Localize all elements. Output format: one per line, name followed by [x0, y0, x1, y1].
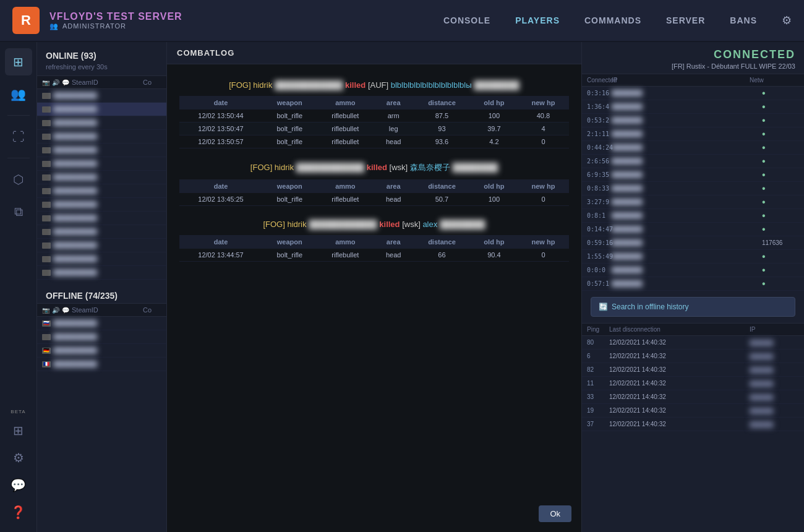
cell-date: 12/02 13:44:57 [179, 249, 262, 262]
online-player-row[interactable]: ██████████ [37, 239, 166, 252]
connected-player-row[interactable]: 2:6:56 ███████ • [582, 155, 804, 168]
player-flag [42, 93, 51, 99]
offline-dc: 12/02/2021 14:40:32 [609, 353, 750, 359]
killer-blurred-1: ████████████ [275, 80, 343, 90]
th-weapon: weapon [262, 96, 317, 109]
cell-ammo: riflebullet [317, 122, 374, 135]
offline-player-row[interactable]: 🇫🇷 ██████████ [37, 358, 166, 371]
online-player-row[interactable]: ██████████ [37, 116, 166, 130]
th-connected: Connected [587, 77, 612, 84]
conn-dot: • [762, 142, 766, 153]
connected-player-row[interactable]: 1:55:49 ███████ • [582, 250, 804, 264]
sidebar-item-map[interactable]: ⬡ [5, 166, 32, 193]
connected-player-row[interactable]: 0:44:24 ███████ • [582, 141, 804, 155]
nav-links: CONSOLE PLAYERS COMMANDS SERVER BANS ⚙ [443, 14, 792, 27]
online-player-row[interactable]: ██████████ [37, 144, 166, 157]
sidebar-item-filter[interactable]: ⛶ [5, 123, 32, 150]
connected-player-row[interactable]: 0:8:33 ███████ • [582, 182, 804, 195]
search-offline-button[interactable]: 🔄 Search in offline history [591, 297, 795, 317]
conn-dot: • [762, 265, 766, 275]
conn-ip: ███████ [612, 212, 762, 219]
nav-players[interactable]: PLAYERS [515, 15, 560, 25]
cell-area: leg [374, 122, 413, 135]
offline-player-row[interactable]: 🇩🇪 ██████████ [37, 344, 166, 358]
sidebar-item-discord[interactable]: 💬 [5, 471, 32, 499]
offline-history-row[interactable]: 6 12/02/2021 14:40:32 ██████ [582, 350, 804, 363]
online-player-row[interactable]: ██████████ [37, 212, 166, 225]
logo-icon: R [12, 7, 40, 34]
sidebar-bottom: BETA ⊞ ⚙ 💬 ❓ [5, 409, 32, 526]
col-icon-cam2: 📷 [42, 307, 49, 314]
col-icon-speak: 🔊 [52, 79, 59, 86]
online-player-row[interactable]: ██████████ [37, 157, 166, 171]
victim-tag-3: [wsk] [402, 220, 422, 229]
th-old-hp: old hp [471, 179, 518, 193]
sidebar-item-gear[interactable]: ⚙ [5, 444, 32, 471]
th-distance: distance [413, 96, 471, 109]
conn-time: 1:55:49 [587, 253, 612, 260]
connected-player-row[interactable]: 0:59:16 ███████ 117636 [582, 236, 804, 250]
offline-history-row[interactable]: 33 12/02/2021 14:40:32 ██████ [582, 390, 804, 404]
nav-console[interactable]: CONSOLE [443, 15, 490, 25]
conn-time: 3:27:9 [587, 199, 612, 205]
settings-icon[interactable]: ⚙ [782, 14, 792, 27]
nav-server[interactable]: SERVER [666, 15, 705, 25]
combatlog-body: [FOG] hidrik ████████████ killed [AUF] b… [167, 64, 581, 531]
connected-player-row[interactable]: 1:36:4 ███████ • [582, 100, 804, 114]
th-distance: distance [413, 235, 471, 249]
conn-dot: • [762, 169, 766, 180]
offline-player-row[interactable]: ██████████ [37, 330, 166, 344]
player-flag: 🇷🇺 [42, 320, 51, 327]
online-player-row[interactable]: ██████████ [37, 266, 166, 280]
online-player-row[interactable]: ██████████ [37, 252, 166, 266]
online-player-row[interactable]: ██████████ [37, 198, 166, 212]
left-panel: ONLINE (93) refreshing every 30s 📷 🔊 💬 S… [37, 42, 167, 532]
online-player-row[interactable]: ██████████ [37, 89, 166, 103]
online-player-row[interactable]: ██████████ [37, 130, 166, 144]
sidebar-item-users[interactable]: 👥 [5, 80, 32, 108]
offline-history-row[interactable]: 11 12/02/2021 14:40:32 ██████ [582, 377, 804, 390]
cell-date: 12/02 13:50:57 [179, 135, 262, 148]
online-player-row[interactable]: ██████████ [37, 171, 166, 184]
online-player-row[interactable]: ██████████ [37, 184, 166, 198]
cell-distance: 93 [413, 122, 471, 135]
connected-player-row[interactable]: 0:0:0 ███████ • [582, 264, 804, 277]
cell-area: head [374, 193, 413, 206]
search-icon: 🔄 [599, 302, 608, 311]
kill-word-2: killed [367, 163, 390, 172]
offline-history-row[interactable]: 37 12/02/2021 14:40:32 ██████ [582, 418, 804, 431]
sidebar-item-home[interactable]: ⊞ [5, 48, 32, 75]
right-table-header: Connected IP Netw [582, 74, 804, 87]
connected-player-row[interactable]: 0:14:47 ███████ • [582, 223, 804, 236]
cell-area: arm [374, 109, 413, 122]
kill-line-2: [FOG] hidrik ████████████ killed [wsk] 森… [179, 162, 569, 173]
cell-old-hp: 39.7 [471, 122, 518, 135]
cell-weapon: bolt_rifle [262, 109, 317, 122]
sidebar-item-help[interactable]: ❓ [5, 499, 32, 526]
connected-player-row[interactable]: 0:53:2 ███████ • [582, 114, 804, 127]
col-icon-msg2: 💬 [62, 307, 69, 314]
offline-history-row[interactable]: 82 12/02/2021 14:40:32 ██████ [582, 363, 804, 377]
sidebar-item-layers[interactable]: ⧉ [5, 198, 32, 225]
offline-player-row[interactable]: 🇷🇺 ██████████ [37, 317, 166, 330]
connected-player-row[interactable]: 3:27:9 ███████ • [582, 195, 804, 209]
kill-word-3: killed [379, 220, 402, 229]
nav-bans[interactable]: BANS [730, 15, 757, 25]
connected-player-row[interactable]: 0:57:1 ███████ • [582, 277, 804, 291]
connected-player-row[interactable]: 6:9:35 ███████ • [582, 168, 804, 182]
ok-button[interactable]: Ok [539, 505, 571, 522]
connected-player-row[interactable]: 2:1:11 ███████ • [582, 127, 804, 141]
nav-commands[interactable]: COMMANDS [584, 15, 641, 25]
kill-event-1: [FOG] hidrik ████████████ killed [AUF] b… [167, 71, 581, 152]
offline-history-row[interactable]: 19 12/02/2021 14:40:32 ██████ [582, 404, 804, 418]
th-old-hp: old hp [471, 96, 518, 109]
offline-history-row[interactable]: 80 12/02/2021 14:40:32 ██████ [582, 336, 804, 350]
player-name: ██████████ [53, 347, 140, 354]
online-player-row[interactable]: ██████████ [37, 103, 166, 116]
connected-player-row[interactable]: 0:3:16 ███████ • [582, 87, 804, 100]
conn-dot: • [762, 251, 766, 262]
sidebar-item-grid[interactable]: ⊞ [5, 417, 32, 444]
conn-time: 0:59:16 [587, 239, 612, 246]
connected-player-row[interactable]: 0:8:1 ███████ • [582, 209, 804, 223]
online-player-row[interactable]: ██████████ [37, 225, 166, 239]
